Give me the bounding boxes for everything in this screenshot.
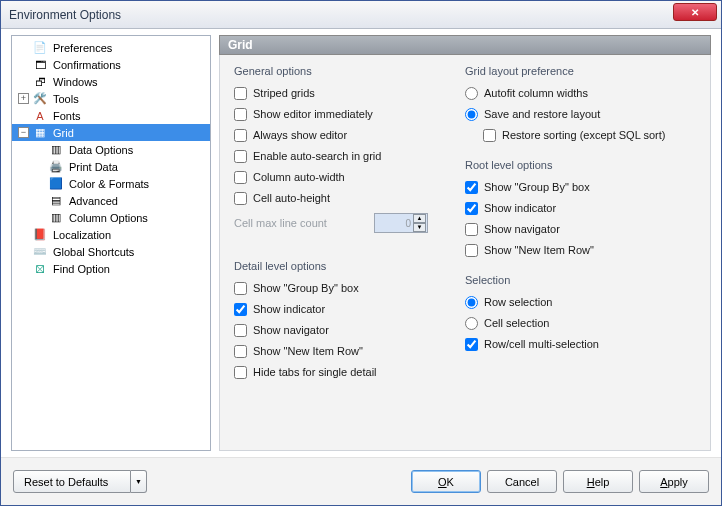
chk-restore-sort[interactable] — [483, 129, 496, 142]
group-layout: Grid layout preference Autofit column wi… — [465, 65, 696, 145]
tree-item-find-option[interactable]: ⛝Find Option — [12, 260, 210, 277]
find-icon: ⛝ — [32, 261, 48, 277]
chk-col-auto-width[interactable] — [234, 171, 247, 184]
spin-up-icon: ▲ — [413, 214, 426, 223]
group-title: General options — [234, 65, 465, 77]
group-title: Detail level options — [234, 260, 465, 272]
chk-root-indicator[interactable] — [465, 202, 478, 215]
expand-icon[interactable]: + — [18, 93, 29, 104]
chk-detail-hidetabs[interactable] — [234, 366, 247, 379]
tree-item-advanced[interactable]: ▤Advanced — [12, 192, 210, 209]
tree-item-fonts[interactable]: AFonts — [12, 107, 210, 124]
chk-show-editor-imm[interactable] — [234, 108, 247, 121]
group-title: Root level options — [465, 159, 696, 171]
tree-item-global-shortcuts[interactable]: ⌨️Global Shortcuts — [12, 243, 210, 260]
rad-row-selection[interactable] — [465, 296, 478, 309]
windows-icon: 🗗 — [32, 74, 48, 90]
tree-item-tools[interactable]: +🛠️Tools — [12, 90, 210, 107]
print-icon: 🖨️ — [48, 159, 64, 175]
spin-max-line: 0 ▲▼ — [374, 213, 428, 233]
chk-detail-newitem[interactable] — [234, 345, 247, 358]
chk-striped[interactable] — [234, 87, 247, 100]
data-options-icon: ▥ — [48, 142, 64, 158]
nav-tree[interactable]: 📄Preferences 🗔Confirmations 🗗Windows +🛠️… — [11, 35, 211, 451]
localization-icon: 📕 — [32, 227, 48, 243]
fonts-icon: A — [32, 108, 48, 124]
tree-item-print-data[interactable]: 🖨️Print Data — [12, 158, 210, 175]
tree-item-windows[interactable]: 🗗Windows — [12, 73, 210, 90]
ok-button[interactable]: OK — [411, 470, 481, 493]
tree-item-confirmations[interactable]: 🗔Confirmations — [12, 56, 210, 73]
reset-dropdown[interactable]: ▼ — [131, 470, 147, 493]
column-icon: ▥ — [48, 210, 64, 226]
tree-item-grid[interactable]: −▦Grid — [12, 124, 210, 141]
rad-autofit[interactable] — [465, 87, 478, 100]
reset-button[interactable]: Reset to Defaults — [13, 470, 131, 493]
lbl-max-line: Cell max line count — [234, 217, 374, 229]
prefs-icon: 📄 — [32, 40, 48, 56]
tree-item-preferences[interactable]: 📄Preferences — [12, 39, 210, 56]
chk-root-navigator[interactable] — [465, 223, 478, 236]
tools-icon: 🛠️ — [32, 91, 48, 107]
rad-save-restore[interactable] — [465, 108, 478, 121]
group-title: Grid layout preference — [465, 65, 696, 77]
help-button[interactable]: Help — [563, 470, 633, 493]
rad-cell-selection[interactable] — [465, 317, 478, 330]
color-icon: 🟦 — [48, 176, 64, 192]
advanced-icon: ▤ — [48, 193, 64, 209]
page-header: Grid — [219, 35, 711, 55]
cancel-button[interactable]: Cancel — [487, 470, 557, 493]
close-button[interactable]: ✕ — [673, 3, 717, 21]
titlebar: Environment Options ✕ — [1, 1, 721, 29]
button-row: Reset to Defaults ▼ OK Cancel Help Apply — [1, 457, 721, 505]
chk-multi-selection[interactable] — [465, 338, 478, 351]
group-root: Root level options Show "Group By" box S… — [465, 159, 696, 260]
group-selection: Selection Row selection Cell selection R… — [465, 274, 696, 354]
chk-always-show-editor[interactable] — [234, 129, 247, 142]
group-detail: Detail level options Show "Group By" box… — [234, 260, 465, 382]
chk-root-newitem[interactable] — [465, 244, 478, 257]
chk-detail-groupby[interactable] — [234, 282, 247, 295]
chk-detail-navigator[interactable] — [234, 324, 247, 337]
group-general: General options Striped grids Show edito… — [234, 65, 465, 234]
environment-options-window: Environment Options ✕ 📄Preferences 🗔Conf… — [0, 0, 722, 506]
form-area: General options Striped grids Show edito… — [219, 55, 711, 451]
chk-detail-indicator[interactable] — [234, 303, 247, 316]
chk-root-groupby[interactable] — [465, 181, 478, 194]
shortcuts-icon: ⌨️ — [32, 244, 48, 260]
spin-down-icon: ▼ — [413, 223, 426, 232]
confirm-icon: 🗔 — [32, 57, 48, 73]
tree-item-color-formats[interactable]: 🟦Color & Formats — [12, 175, 210, 192]
apply-button[interactable]: Apply — [639, 470, 709, 493]
tree-item-localization[interactable]: 📕Localization — [12, 226, 210, 243]
tree-item-column-options[interactable]: ▥Column Options — [12, 209, 210, 226]
grid-icon: ▦ — [32, 125, 48, 141]
group-title: Selection — [465, 274, 696, 286]
window-title: Environment Options — [9, 8, 121, 22]
tree-item-data-options[interactable]: ▥Data Options — [12, 141, 210, 158]
collapse-icon[interactable]: − — [18, 127, 29, 138]
chk-cell-auto-height[interactable] — [234, 192, 247, 205]
chk-auto-search[interactable] — [234, 150, 247, 163]
